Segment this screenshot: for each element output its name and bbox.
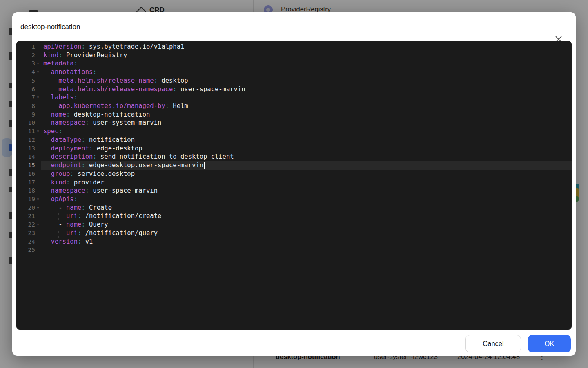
fold-chevron-down-icon[interactable]: ▾ bbox=[35, 195, 41, 204]
line-number: 9 bbox=[16, 110, 41, 119]
line-number: 3▾ bbox=[16, 59, 41, 68]
code-line[interactable]: - name: Create bbox=[41, 204, 572, 212]
code-line[interactable]: version: v1 bbox=[41, 238, 572, 246]
code-line[interactable]: - name: Query bbox=[41, 220, 572, 229]
yaml-code-editor[interactable]: 123▾4▾567▾891011▾1213141516171819▾20▾212… bbox=[16, 41, 572, 330]
line-number: 21 bbox=[16, 212, 41, 220]
line-number: 8 bbox=[16, 102, 41, 110]
line-number: 12 bbox=[16, 136, 41, 144]
code-line[interactable]: name: desktop-notification bbox=[41, 110, 572, 119]
line-number: 20▾ bbox=[16, 204, 41, 212]
line-number: 15 bbox=[16, 161, 41, 170]
line-number: 10 bbox=[16, 119, 41, 127]
line-number: 23 bbox=[16, 229, 41, 238]
line-number: 1 bbox=[16, 43, 41, 51]
modal-title: desktop-notification bbox=[20, 22, 80, 31]
code-line[interactable]: metadata: bbox=[41, 59, 572, 68]
code-line[interactable]: app.kubernetes.io/managed-by: Helm bbox=[41, 102, 572, 110]
code-line[interactable]: dataType: notification bbox=[41, 136, 572, 144]
line-number: 13 bbox=[16, 144, 41, 153]
editor-lines[interactable]: apiVersion: sys.bytetrade.io/v1alpha1kin… bbox=[41, 41, 572, 330]
line-number: 2 bbox=[16, 51, 41, 60]
code-line[interactable]: meta.helm.sh/release-namespace: user-spa… bbox=[41, 85, 572, 94]
line-number: 16 bbox=[16, 170, 41, 178]
code-line[interactable]: deployment: edge-desktop bbox=[41, 144, 572, 153]
fold-chevron-down-icon[interactable]: ▾ bbox=[35, 93, 41, 102]
line-number: 4▾ bbox=[16, 68, 41, 76]
fold-chevron-down-icon[interactable]: ▾ bbox=[35, 68, 41, 76]
code-line[interactable] bbox=[41, 246, 572, 254]
line-number: 25 bbox=[16, 246, 41, 254]
code-line[interactable]: apiVersion: sys.bytetrade.io/v1alpha1 bbox=[41, 43, 572, 51]
line-number: 19▾ bbox=[16, 195, 41, 204]
ok-button[interactable]: OK bbox=[528, 335, 571, 352]
line-number: 7▾ bbox=[16, 93, 41, 102]
line-number: 17 bbox=[16, 178, 41, 187]
line-number: 6 bbox=[16, 85, 41, 94]
yaml-editor-modal: desktop-notification 123▾4▾567▾891011▾12… bbox=[12, 12, 576, 356]
code-line[interactable]: uri: /notification/query bbox=[41, 229, 572, 238]
code-line[interactable]: namespace: user-system-marvin bbox=[41, 119, 572, 127]
line-number: 11▾ bbox=[16, 127, 41, 136]
fold-chevron-down-icon[interactable]: ▾ bbox=[35, 59, 41, 68]
editor-gutter: 123▾4▾567▾891011▾1213141516171819▾20▾212… bbox=[16, 41, 41, 330]
code-line[interactable]: kind: provider bbox=[41, 178, 572, 187]
code-line[interactable]: kind: ProviderRegistry bbox=[41, 51, 572, 60]
line-number: 24 bbox=[16, 238, 41, 246]
line-number: 22▾ bbox=[16, 220, 41, 229]
text-cursor bbox=[204, 162, 205, 169]
code-line[interactable]: uri: /notification/create bbox=[41, 212, 572, 220]
code-line[interactable]: meta.helm.sh/release-name: desktop bbox=[41, 76, 572, 85]
code-line[interactable]: endpoint: edge-desktop.user-space-marvin bbox=[41, 161, 572, 170]
cancel-button[interactable]: Cancel bbox=[466, 335, 521, 352]
line-number: 14 bbox=[16, 153, 41, 161]
code-line[interactable]: labels: bbox=[41, 93, 572, 102]
line-number: 5 bbox=[16, 76, 41, 85]
code-line[interactable]: group: service.desktop bbox=[41, 170, 572, 178]
line-number: 18 bbox=[16, 186, 41, 195]
fold-chevron-down-icon[interactable]: ▾ bbox=[35, 204, 41, 212]
code-line[interactable]: spec: bbox=[41, 127, 572, 136]
fold-chevron-down-icon[interactable]: ▾ bbox=[35, 220, 41, 229]
code-line[interactable]: description: send notification to deskto… bbox=[41, 153, 572, 161]
code-line[interactable]: namespace: user-space-marvin bbox=[41, 186, 572, 195]
fold-chevron-down-icon[interactable]: ▾ bbox=[35, 127, 41, 136]
code-line[interactable]: opApis: bbox=[41, 195, 572, 204]
code-line[interactable]: annotations: bbox=[41, 68, 572, 76]
